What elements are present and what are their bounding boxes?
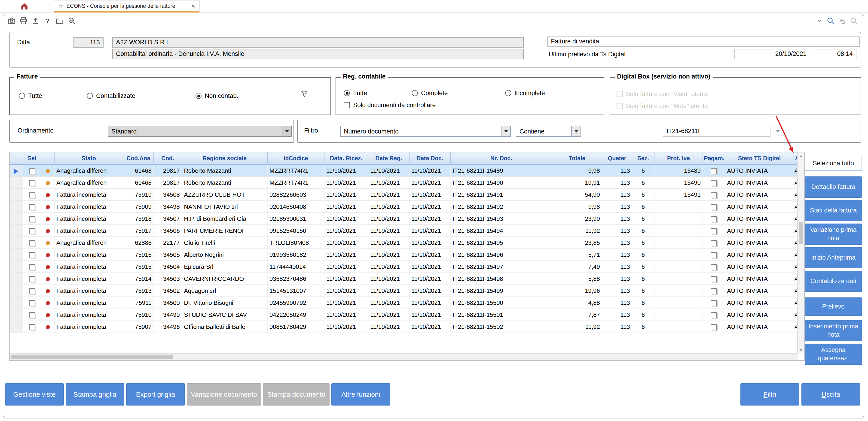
payment-checkbox-icon[interactable] xyxy=(711,228,717,234)
row-select-checkbox-icon[interactable] xyxy=(29,312,35,318)
inserimento-prima-nota-button[interactable]: Inserimento prima nota xyxy=(805,320,862,341)
payment-checkbox-icon[interactable] xyxy=(711,264,717,270)
scroll-up-icon[interactable]: ▲ xyxy=(798,153,804,159)
payment-checkbox-icon[interactable] xyxy=(711,192,717,198)
chevron-down-icon[interactable] xyxy=(815,16,824,25)
invoice-row[interactable]: Anagrafica differen6146820817Roberto Maz… xyxy=(10,177,798,189)
column-header-stato-ts-digital[interactable]: Stato TS Digital xyxy=(725,153,794,165)
horizontal-scrollbar[interactable] xyxy=(10,353,798,360)
printer-icon[interactable] xyxy=(19,16,28,25)
column-header-data-doc[interactable]: Data Doc. xyxy=(409,153,451,165)
export-griglia-button[interactable]: Export griglia xyxy=(126,383,185,406)
row-select-checkbox-icon[interactable] xyxy=(29,276,35,282)
variazione-prima-nota-button[interactable]: Variazione prima nota xyxy=(805,224,862,245)
row-select-checkbox-icon[interactable] xyxy=(29,192,35,198)
last-pull-date-field[interactable]: 20/10/2021 xyxy=(735,49,810,59)
camera-icon[interactable] xyxy=(7,16,16,25)
altre-funzioni-button[interactable]: Altre funzioni xyxy=(331,383,390,406)
column-header-idcodice[interactable]: IdCodice xyxy=(268,153,324,165)
filtri-button[interactable]: Filtri xyxy=(740,383,799,406)
filtro-operator-select[interactable]: Contiene xyxy=(516,126,581,137)
home-icon[interactable] xyxy=(19,1,30,11)
assegna-quater-sez-button[interactable]: Assegna quater/sez. xyxy=(805,344,862,365)
upload-icon[interactable] xyxy=(31,16,40,25)
filtro-value-input[interactable]: IT21-68211I xyxy=(663,126,771,137)
column-header-ragione-sociale[interactable]: Ragione sociale xyxy=(182,153,268,165)
row-select-checkbox-icon[interactable] xyxy=(29,288,35,294)
ditta-code-field[interactable]: 113 xyxy=(73,37,103,47)
invoice-type-field[interactable]: Fatture di vendita xyxy=(547,36,860,47)
payment-checkbox-icon[interactable] xyxy=(711,324,717,330)
invoice-row[interactable]: Fattura incompleta7591834507H.P. di Bomb… xyxy=(10,213,798,225)
inizio-anteprima-button[interactable]: Inizio Anteprima xyxy=(805,247,862,268)
column-header-stato[interactable]: Stato xyxy=(55,153,123,165)
last-pull-time-field[interactable]: 08:14 xyxy=(815,49,857,59)
search-icon[interactable] xyxy=(826,16,835,25)
undo-icon[interactable] xyxy=(837,16,847,25)
payment-checkbox-icon[interactable] xyxy=(711,216,717,222)
stampa-documento-button[interactable]: Stampa documento xyxy=(263,383,330,406)
prelievo-button[interactable]: Prelievo xyxy=(805,297,862,316)
column-header-totale[interactable]: Totale xyxy=(552,153,602,165)
company-name-field[interactable]: A2Z WORLD S.R.L. xyxy=(112,37,524,47)
radio-tutte[interactable]: Tutte xyxy=(19,92,42,99)
payment-checkbox-icon[interactable] xyxy=(711,288,717,294)
filtro-operator-arrow-icon[interactable] xyxy=(571,126,581,136)
favorite-star-icon[interactable]: ☆ xyxy=(58,3,63,9)
invoice-row[interactable]: Fattura incompleta7591634505Alberto Negr… xyxy=(10,249,798,261)
scroll-down-icon[interactable]: ▼ xyxy=(798,347,804,353)
row-select-checkbox-icon[interactable] xyxy=(29,204,35,210)
payment-checkbox-icon[interactable] xyxy=(711,300,717,306)
payment-checkbox-icon[interactable] xyxy=(711,168,717,174)
filtro-value-chevron-icon[interactable] xyxy=(776,130,780,133)
invoice-row[interactable]: Anagrafica differen6288822177Giulio Tire… xyxy=(10,237,798,249)
ordering-select-arrow-icon[interactable] xyxy=(282,126,291,136)
payment-checkbox-icon[interactable] xyxy=(711,204,717,210)
column-header-blank[interactable] xyxy=(41,153,55,165)
horizontal-scrollbar-thumb[interactable] xyxy=(11,355,173,359)
payment-checkbox-icon[interactable] xyxy=(711,276,717,282)
invoice-row[interactable]: Fattura incompleta7590934498NANNI OTTAVI… xyxy=(10,201,798,213)
row-select-checkbox-icon[interactable] xyxy=(29,240,35,246)
invoice-row[interactable]: Fattura incompleta7591034499STUDIO SAVIC… xyxy=(10,309,798,321)
payment-checkbox-icon[interactable] xyxy=(711,180,717,186)
ordering-select[interactable]: Standard xyxy=(108,126,292,137)
search-mail-icon[interactable]: @ xyxy=(67,16,76,25)
row-select-checkbox-icon[interactable] xyxy=(29,180,35,186)
contabilizza-dati-button[interactable]: Contabilizza dati xyxy=(805,271,862,292)
invoice-row[interactable]: Fattura incompleta7590734496Officina Bal… xyxy=(10,321,798,333)
column-header-data-ricez[interactable]: Data. Ricez. xyxy=(324,153,368,165)
gestione-viste-button[interactable]: Gestione viste xyxy=(5,383,64,406)
radio-tutte[interactable]: Tutte xyxy=(344,90,367,97)
filter-funnel-icon[interactable] xyxy=(301,91,308,100)
uscita-button[interactable]: Uscita xyxy=(801,383,860,406)
row-select-checkbox-icon[interactable] xyxy=(29,300,35,306)
column-header-cod[interactable]: Cod. xyxy=(154,153,182,165)
stati-della-fattura-button[interactable]: Stati della fattura xyxy=(805,200,862,221)
row-select-checkbox-icon[interactable] xyxy=(29,228,35,234)
row-select-checkbox-icon[interactable] xyxy=(29,324,35,330)
checkbox-solo-fatture-con-note-utente[interactable]: Solo fatture con "Note" utente xyxy=(617,102,708,109)
invoice-row[interactable]: Fattura incompleta7591334502Aquagon srl1… xyxy=(10,285,798,297)
folder-icon[interactable] xyxy=(55,16,64,25)
checkbox-solo-fatture-con-visto-utente[interactable]: Solo fatture con "Visto" utente xyxy=(617,91,709,97)
invoice-row[interactable]: Fattura incompleta7591534504Epicura Srl1… xyxy=(10,261,798,273)
checkbox-solo-documenti-da-controllare[interactable]: Solo documenti da controllare xyxy=(344,102,436,108)
invoice-row[interactable]: Fattura incompleta7591434503CAVERNI RICC… xyxy=(10,273,798,285)
column-header-blank[interactable] xyxy=(10,153,23,165)
filtro-field-arrow-icon[interactable] xyxy=(501,126,510,136)
help-icon[interactable]: ? xyxy=(43,16,52,25)
invoice-row[interactable]: Fattura incompleta7591934508AZZURRO CLUB… xyxy=(10,189,798,201)
vertical-scrollbar-thumb[interactable] xyxy=(799,222,803,244)
vertical-scrollbar[interactable]: ▲ ▼ xyxy=(797,153,804,353)
radio-contabilizzate[interactable]: Contabilizzate xyxy=(87,92,135,99)
dettaglio-fattura-button[interactable]: Dettaglio fattura xyxy=(805,176,862,198)
radio-incomplete[interactable]: Incomplete xyxy=(505,90,545,97)
row-select-checkbox-icon[interactable] xyxy=(29,252,35,258)
seleziona-tutto-button[interactable]: Seleziona tutto xyxy=(805,156,862,171)
radio-non-contab[interactable]: Non contab. xyxy=(195,92,239,99)
radio-complete[interactable]: Complete xyxy=(412,90,448,97)
filtro-field-select[interactable]: Numero documento xyxy=(340,126,511,137)
zoom-icon[interactable] xyxy=(849,16,858,25)
column-header-sez[interactable]: Sez. xyxy=(632,153,654,165)
